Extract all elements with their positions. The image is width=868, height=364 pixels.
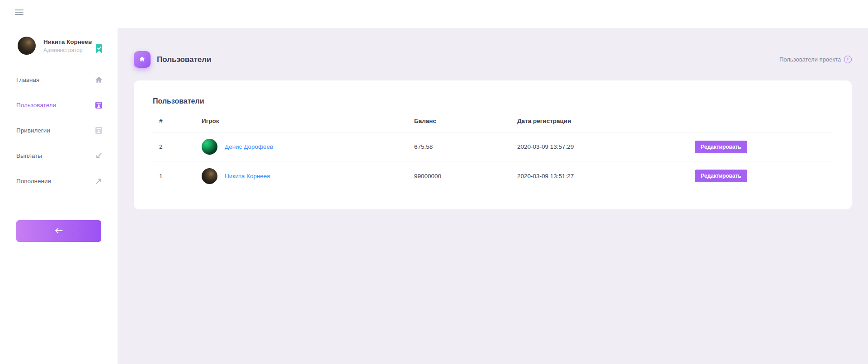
balance-value: 99000000	[408, 173, 511, 180]
project-users-label: Пользователи проекта	[779, 56, 841, 63]
sidebar-item-payouts[interactable]: Выплаты	[0, 143, 118, 168]
player-link[interactable]: Денис Дорофеев	[225, 143, 273, 150]
hamburger-menu-icon[interactable]	[15, 9, 24, 15]
page-title: Пользователи	[157, 55, 212, 64]
sidebar: Никита Корнеев Администратор Главная Пол…	[0, 0, 118, 364]
home-header-button[interactable]	[134, 51, 151, 68]
registration-date: 2020-03-09 13:57:29	[511, 143, 689, 150]
home-icon	[94, 76, 103, 84]
main-content: Пользователи Пользователи проекта Пользо…	[118, 28, 868, 364]
card-title: Пользователи	[153, 97, 833, 106]
player-avatar	[202, 139, 217, 155]
sidebar-item-home[interactable]: Главная	[0, 67, 118, 92]
sidebar-menu: Главная Пользователи Привилегии Выплаты	[0, 67, 118, 194]
sidebar-collapse-button[interactable]	[16, 220, 101, 242]
profile-avatar	[18, 37, 36, 55]
column-header-registered: Дата регистрации	[511, 118, 689, 124]
sidebar-item-deposits[interactable]: Пополнения	[0, 168, 118, 194]
column-header-id: #	[153, 118, 195, 124]
table-row: 2 Денис Дорофеев 675.58 2020-03-09 13:57…	[153, 132, 833, 161]
arrow-down-left-icon	[94, 151, 103, 160]
balance-value: 675.58	[408, 143, 511, 150]
home-icon	[139, 56, 146, 64]
profile-name: Никита Корнеев	[43, 38, 102, 45]
player-link[interactable]: Никита Корнеев	[225, 173, 270, 180]
info-circle-icon[interactable]	[844, 56, 852, 63]
arrow-up-right-icon	[94, 177, 103, 185]
users-card: Пользователи # Игрок Баланс Дата регистр…	[134, 80, 852, 209]
user-card-icon	[94, 126, 103, 135]
arrow-left-icon	[54, 227, 63, 236]
table-header: # Игрок Баланс Дата регистрации	[153, 106, 833, 132]
sidebar-item-label: Пополнения	[16, 178, 94, 184]
sidebar-item-label: Выплаты	[16, 152, 94, 159]
sidebar-item-label: Привилегии	[16, 127, 94, 134]
column-header-player: Игрок	[195, 118, 408, 124]
sidebar-item-label: Главная	[16, 76, 94, 83]
row-id: 2	[153, 143, 195, 150]
page-header: Пользователи Пользователи проекта	[134, 51, 852, 68]
player-avatar	[202, 168, 217, 184]
sidebar-item-label: Пользователи	[16, 102, 94, 109]
user-card-icon	[94, 101, 103, 109]
registration-date: 2020-03-09 13:51:27	[511, 173, 689, 180]
edit-button[interactable]: Редактировать	[695, 141, 747, 153]
profile-block: Никита Корнеев Администратор	[18, 37, 108, 55]
row-id: 1	[153, 173, 195, 180]
sidebar-item-users[interactable]: Пользователи	[0, 92, 118, 118]
edit-button[interactable]: Редактировать	[695, 170, 747, 182]
profile-role: Администратор	[43, 47, 102, 53]
sidebar-item-privileges[interactable]: Привилегии	[0, 118, 118, 143]
column-header-balance: Баланс	[408, 118, 511, 124]
table-row: 1 Никита Корнеев 99000000 2020-03-09 13:…	[153, 161, 833, 190]
